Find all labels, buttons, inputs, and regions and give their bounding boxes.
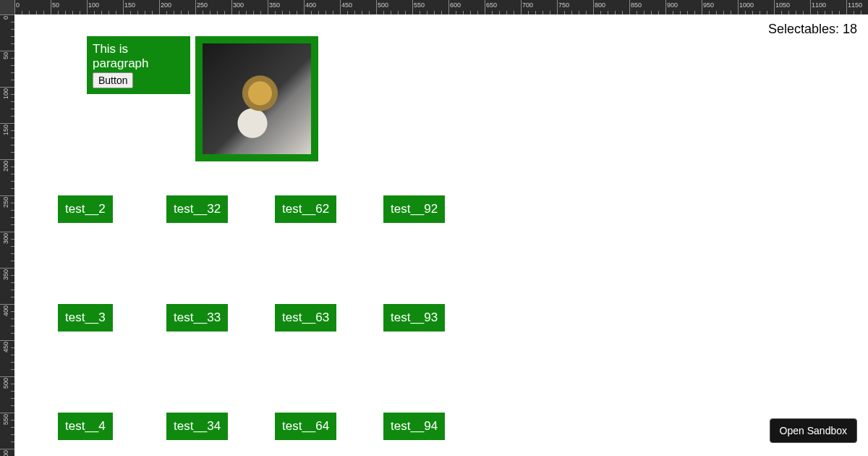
gears-image bbox=[203, 43, 311, 154]
selectable-box[interactable]: test__34 bbox=[166, 413, 228, 440]
selectable-label: test__3 bbox=[65, 311, 106, 324]
selectable-label: test__94 bbox=[391, 419, 438, 433]
selectable-box[interactable]: test__94 bbox=[383, 413, 445, 440]
selectable-label: test__33 bbox=[174, 311, 221, 324]
selectable-box[interactable]: test__93 bbox=[383, 304, 445, 332]
ruler-corner bbox=[0, 0, 14, 14]
selectables-label: Selectables: bbox=[768, 22, 839, 36]
image-box[interactable] bbox=[195, 36, 318, 161]
selectables-counter: Selectables: 18 bbox=[768, 22, 857, 37]
selectable-box[interactable]: test__62 bbox=[275, 195, 336, 223]
selectable-label: test__2 bbox=[65, 202, 106, 216]
selectable-box[interactable]: test__2 bbox=[58, 195, 113, 223]
selectable-box[interactable]: test__32 bbox=[166, 195, 228, 223]
ruler-vertical: 050100150200250300350400450500550600 bbox=[0, 0, 14, 456]
selectables-count: 18 bbox=[843, 22, 857, 36]
selectable-box[interactable]: test__92 bbox=[383, 195, 445, 223]
selectable-label: test__32 bbox=[174, 202, 221, 216]
open-sandbox-button[interactable]: Open Sandbox bbox=[770, 418, 857, 443]
selectable-label: test__34 bbox=[174, 419, 221, 433]
selectable-label: test__4 bbox=[65, 419, 106, 433]
paragraph-box[interactable]: This is paragraph Button bbox=[87, 36, 190, 94]
selectable-box[interactable]: test__3 bbox=[58, 304, 113, 332]
selectable-label: test__62 bbox=[282, 202, 329, 216]
selectable-box[interactable]: test__33 bbox=[166, 304, 228, 332]
paragraph-button[interactable]: Button bbox=[93, 72, 133, 88]
selectable-label: test__63 bbox=[282, 311, 329, 324]
paragraph-text: This is paragraph bbox=[93, 42, 184, 71]
selectable-box[interactable]: test__4 bbox=[58, 413, 113, 440]
selectable-box[interactable]: test__64 bbox=[275, 413, 336, 440]
selectable-box[interactable]: test__63 bbox=[275, 304, 336, 332]
selectable-label: test__93 bbox=[391, 311, 438, 324]
selectable-label: test__64 bbox=[282, 419, 329, 433]
ruler-horizontal: 0501001502002503003504004505005506006507… bbox=[0, 0, 868, 14]
selectable-label: test__92 bbox=[391, 202, 438, 216]
